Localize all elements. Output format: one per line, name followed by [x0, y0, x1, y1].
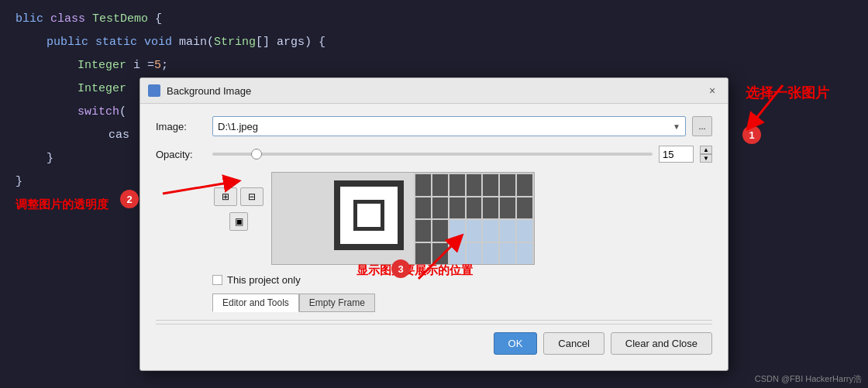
browse-button[interactable]: ... — [692, 116, 712, 136]
select-dropdown-arrow: ▼ — [673, 122, 680, 131]
cancel-button[interactable]: Cancel — [543, 332, 604, 355]
badge-circle-1: 1 — [742, 125, 761, 144]
tab-empty-frame[interactable]: Empty Frame — [299, 294, 375, 312]
opacity-label: Opacity: — [156, 149, 206, 160]
grid-cell-dark — [415, 174, 431, 196]
dialog-close-button[interactable]: × — [704, 83, 720, 98]
layout-controls: ⊞ ⊟ ▣ — [214, 172, 264, 231]
qr-image-preview — [334, 180, 404, 250]
badge-1: 1 — [742, 125, 761, 144]
checkbox-label: This project only — [227, 274, 301, 286]
button-row: OK Cancel Clear and Close — [156, 324, 712, 358]
dialog-body: Image: D:\1.jpeg ▼ ... Opacity: 15 ▲ ▼ — [140, 104, 728, 370]
clear-and-close-button[interactable]: Clear and Close — [611, 332, 712, 355]
opacity-spinner: ▲ ▼ — [700, 146, 712, 163]
image-path-select[interactable]: D:\1.jpeg ▼ — [212, 116, 686, 136]
preview-canvas — [271, 172, 535, 265]
background-image-dialog: Background Image × Image: D:\1.jpeg ▼ ..… — [140, 77, 728, 371]
code-line-2: public static void main ( String [] args… — [16, 31, 852, 54]
divider — [156, 320, 712, 321]
opacity-row: Opacity: 15 ▲ ▼ — [156, 146, 712, 163]
opacity-decrement-button[interactable]: ▼ — [700, 154, 712, 163]
preview-area: ⊞ ⊟ ▣ — [156, 172, 712, 265]
watermark: CSDN @FBI HackerHarry浩 — [755, 373, 862, 385]
tab-editor-tools[interactable]: Editor and Tools — [212, 294, 299, 312]
ok-button[interactable]: OK — [494, 332, 538, 355]
code-line-1: blic class TestDemo { — [16, 8, 852, 31]
dialog-title: Background Image — [167, 85, 698, 97]
slider-thumb[interactable] — [251, 149, 262, 160]
position-grid[interactable] — [414, 173, 534, 265]
layout-split-h-button[interactable]: ⊟ — [240, 187, 264, 206]
dialog-app-icon — [148, 84, 160, 97]
qr-inner-border — [353, 200, 384, 231]
layout-split-v-button[interactable]: ⊞ — [214, 187, 237, 206]
opacity-value-input[interactable]: 15 — [659, 146, 694, 163]
opacity-increment-button[interactable]: ▲ — [700, 146, 712, 154]
opacity-slider[interactable] — [212, 146, 653, 162]
small-icon-button[interactable]: ▣ — [229, 212, 248, 231]
badge-circle-3: 3 — [391, 259, 410, 278]
badge-2: 2 — [120, 190, 139, 208]
qr-outer-border — [334, 180, 404, 250]
image-label: Image: — [156, 121, 206, 132]
slider-track — [212, 153, 653, 156]
badge-circle-2: 2 — [120, 190, 139, 208]
tab-row: Editor and Tools Empty Frame — [212, 294, 712, 312]
code-line-3: Integer i = 5 ; — [16, 54, 852, 77]
opacity-value: 15 — [663, 149, 673, 160]
image-row: Image: D:\1.jpeg ▼ ... — [156, 116, 712, 136]
badge-3: 3 — [391, 259, 410, 278]
layout-btn-row-1: ⊞ ⊟ — [214, 187, 264, 206]
image-path-value: D:\1.jpeg — [218, 121, 258, 132]
project-only-checkbox[interactable] — [212, 275, 222, 285]
dialog-title-bar: Background Image × — [140, 78, 728, 104]
checkbox-row: This project only — [212, 274, 712, 286]
